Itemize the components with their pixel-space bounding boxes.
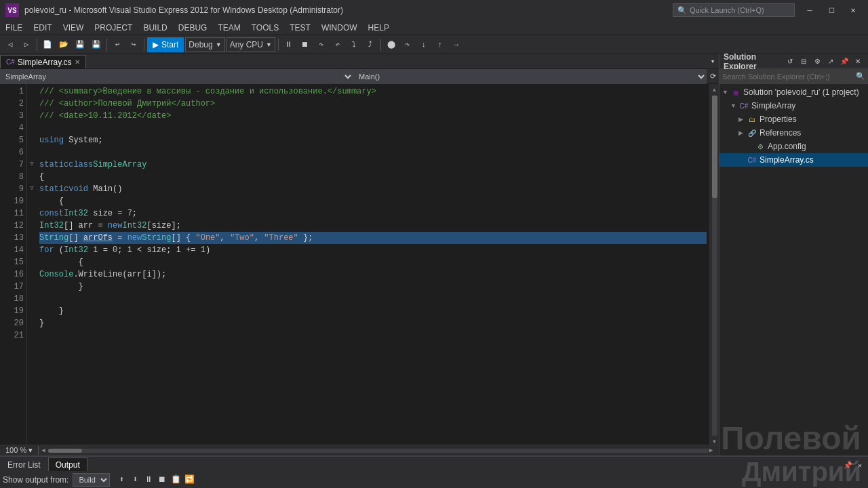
menu-team[interactable]: TEAM [212,20,245,35]
tb-step-out[interactable]: ↑ [433,37,448,52]
menu-window[interactable]: WINDOW [316,20,363,35]
tab-simplecs[interactable]: C# SimpleArray.cs ✕ [0,55,86,68]
quick-launch[interactable]: 🔍 Quick Launch (Ctrl+Q) [673,3,795,17]
output-btn-2[interactable]: ⬇ [129,474,141,486]
zoom-selector[interactable]: 100 % ▾ [0,446,39,455]
tb-step-over[interactable]: ↷ [400,37,415,52]
sync-view-button[interactable]: ⟳ [707,69,719,84]
tree-solution[interactable]: ▼ ◼ Solution 'polevoid_ru' (1 project) [719,85,868,99]
undo-button[interactable]: ↩ [110,37,125,52]
project-label: SimpleArray [751,101,795,110]
collapse-7[interactable]: ▽ [30,160,33,167]
tb-btn-6[interactable]: ⤴ [363,37,378,52]
open-file-button[interactable]: 📂 [56,37,71,52]
menu-build[interactable]: BUILD [138,20,172,35]
se-pin-btn[interactable]: 📌 [838,56,850,68]
se-close-btn[interactable]: ✕ [852,56,864,68]
tb-step-into[interactable]: ↓ [416,37,431,52]
platform-arrow-icon: ▼ [266,41,272,48]
h-scrollbar[interactable]: ◀ ▶ [41,448,716,453]
output-btn-3[interactable]: ⏸ [142,474,155,486]
class-selector[interactable]: SimpleArray [0,69,353,84]
references-label: References [760,128,801,138]
menu-tools[interactable]: TOOLS [246,20,284,35]
config-dropdown[interactable]: Debug ▼ [185,37,224,52]
output-btn-1[interactable]: ⬆ [115,474,127,486]
save-all-button[interactable]: 💾 [89,37,104,52]
tb-btn-1[interactable]: ⏸ [281,37,296,52]
se-preview-btn[interactable]: ↗ [825,56,837,68]
main-area: C# SimpleArray.cs ✕ ▾ SimpleArray Main()… [0,54,868,455]
error-list-label: Error List [7,460,41,470]
solution-icon: ◼ [730,87,741,98]
editor-scrollbar[interactable]: ▲ ▼ [709,84,719,445]
bottom-tab-bar: Error List Output 📌 ✕ [0,456,868,471]
platform-dropdown[interactable]: Any CPU ▼ [226,37,275,52]
code-line-20: } [39,317,707,329]
code-line-19: } [39,305,707,317]
menu-view[interactable]: VIEW [58,20,90,35]
tb-run-to[interactable]: → [449,37,464,52]
code-line-3: /// <date>10.11.2012</date> [39,110,707,122]
tree-appconfig[interactable]: ▶ ⚙ App.config [719,140,868,153]
menu-file[interactable]: FILE [0,20,28,35]
code-line-10: { [39,195,707,207]
se-search-input[interactable] [722,73,856,81]
se-refresh-btn[interactable]: ↺ [784,56,796,68]
appconfig-icon: ⚙ [755,141,766,152]
vs-logo: VS [5,3,19,17]
output-btn-4[interactable]: ⏹ [156,474,168,486]
code-line-14: for (Int32 i = 0; i < size; i += 1) [39,244,707,256]
tb-btn-5[interactable]: ⤵ [347,37,361,52]
se-collapse-btn[interactable]: ⊟ [797,56,810,68]
code-text[interactable]: /// <summary>Введение в массивы - создан… [37,84,709,445]
output-toolbar: Show output from: Build ⬆ ⬇ ⏸ ⏹ 📋 🔁 [0,471,868,488]
tree-properties[interactable]: ▶ 🗂 Properties [719,113,868,126]
search-icon: 🔍 [677,6,687,15]
tree-references[interactable]: ▶ 🔗 References [719,126,868,140]
code-line-12: Int32[] arr = new Int32[size]; [39,220,707,232]
se-properties-btn[interactable]: ⚙ [811,56,823,68]
tab-list-button[interactable]: ▾ [707,54,719,68]
editor-area: C# SimpleArray.cs ✕ ▾ SimpleArray Main()… [0,54,719,455]
tb-breakpoint[interactable]: ⬤ [384,37,399,52]
code-editor[interactable]: 1 2 3 4 5 6 7 8 9 10 11 12 13 14 15 16 1… [0,84,719,445]
show-output-label: Show output from: [3,475,68,485]
tab-close-button[interactable]: ✕ [75,58,80,66]
tab-output[interactable]: Output [48,458,87,471]
redo-button[interactable]: ↪ [126,37,141,52]
method-selector[interactable]: Main() [353,69,707,84]
save-button[interactable]: 💾 [73,37,87,52]
quick-launch-label: Quick Launch (Ctrl+Q) [690,6,764,14]
tab-bar: C# SimpleArray.cs ✕ ▾ [0,54,719,69]
menu-debug[interactable]: DEBUG [173,20,213,35]
tree-simplecs[interactable]: ▶ C# SimpleArray.cs [719,153,868,167]
new-file-button[interactable]: 📄 [40,37,55,52]
back-button[interactable]: ◁ [3,37,18,52]
close-button[interactable]: ✕ [844,3,863,17]
titlebar: VS polevoid_ru - Microsoft Visual Studio… [0,0,868,20]
code-line-1: /// <summary>Введение в массивы - создан… [39,85,707,98]
tb-btn-2[interactable]: ⏹ [298,37,313,52]
minimize-button[interactable]: ─ [800,3,819,17]
menu-help[interactable]: HELP [363,20,395,35]
menu-test[interactable]: TEST [284,20,316,35]
output-btn-6[interactable]: 🔁 [183,474,195,486]
output-source-selector[interactable]: Build [73,473,110,487]
collapse-9[interactable]: ▽ [30,184,33,192]
menu-project[interactable]: PROJECT [89,20,138,35]
tb-btn-4[interactable]: ↶ [330,37,345,52]
se-search-box[interactable]: 🔍 [719,69,868,84]
forward-button[interactable]: ▷ [19,37,34,52]
tb-btn-3[interactable]: ↷ [314,37,329,52]
output-close-btn[interactable]: ✕ [854,460,865,471]
tree-project[interactable]: ▼ C# SimpleArray [719,99,868,113]
start-label: Start [161,40,178,49]
output-btn-5[interactable]: 📋 [170,474,182,486]
tab-error-list[interactable]: Error List [0,458,48,471]
solution-explorer: Solution Explorer ↺ ⊟ ⚙ ↗ 📌 ✕ 🔍 ▼ ◼ Solu… [719,54,868,455]
start-button[interactable]: ▶ Start [147,37,184,52]
restore-button[interactable]: ☐ [822,3,841,17]
output-pin-btn[interactable]: 📌 [842,460,853,471]
menu-edit[interactable]: EDIT [28,20,57,35]
